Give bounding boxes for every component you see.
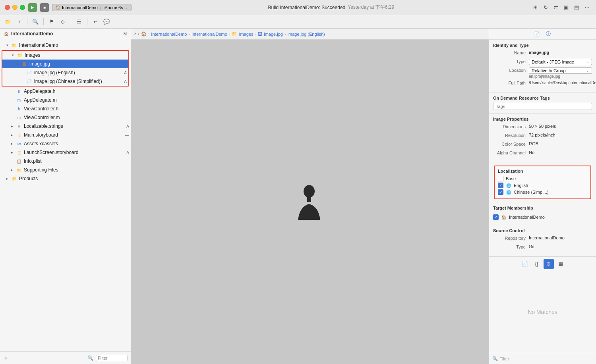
sidebar-item-supporting-files[interactable]: 📁 Supporting Files (0, 166, 131, 174)
toolbar-separator (27, 18, 27, 25)
sidebar-bottom: ＋ 🔍 (0, 351, 131, 364)
alpha-channel-value: No (529, 150, 592, 155)
bc-part-3[interactable]: InternationalDemo (192, 32, 227, 37)
folder-icon: 📁 (11, 42, 17, 48)
stop-button[interactable]: ■ (40, 3, 49, 12)
tree-arrow-strings (11, 124, 16, 128)
sidebar-label-assets: Assets.xcassets (24, 141, 131, 146)
bottom-tab-table[interactable]: ▦ (555, 259, 566, 269)
filter-sidebar-button[interactable]: 🔍 (87, 355, 93, 361)
inspector-tab-file[interactable]: 📄 (533, 30, 542, 39)
sidebar-item-internationaldemo-group[interactable]: 📁 InternationalDemo (0, 41, 131, 50)
alpha-channel-label: Alpha Channel (493, 150, 529, 155)
sidebar-toggle-icon[interactable]: ▣ (562, 3, 571, 12)
bc-part-8[interactable]: image.jpg (English) (288, 32, 325, 37)
comment-button[interactable]: 💬 (102, 17, 111, 26)
add-file-button[interactable]: ＋ (3, 354, 9, 362)
sidebar-item-assets[interactable]: 🗂 Assets.xcassets (0, 139, 131, 148)
bottom-tab-json[interactable]: {} (532, 259, 542, 269)
bc-part-7[interactable]: image.jpg (264, 32, 283, 37)
main-layout: 🏠 InternationalDemo M 📁 InternationalDem… (0, 29, 596, 364)
type-row: Type Default - JPEG Image ⌄ (493, 59, 592, 66)
loc-checkbox-base[interactable] (498, 176, 503, 181)
sidebar-item-imagejpg-english[interactable]: 📄 image.jpg (English) A (2, 68, 128, 77)
sidebar-item-main-storyboard[interactable]: ◫ Main.storyboard — (0, 131, 131, 139)
bc-part-5[interactable]: Images (239, 32, 253, 37)
sidebar-item-infoplist[interactable]: 📋 Info.plist (0, 157, 131, 166)
bottom-tab-file[interactable]: 📄 (520, 259, 530, 269)
loc-checkbox-chinese[interactable]: ✓ (498, 189, 503, 195)
grid-icon[interactable]: ⊞ (531, 3, 540, 12)
location-dropdown-box[interactable]: Relative to Group ⌄ (529, 67, 592, 74)
sidebar-item-products[interactable]: 📁 Products (0, 174, 131, 183)
tree-arrow-assets (11, 142, 16, 146)
target-checkbox[interactable]: ✓ (493, 214, 499, 220)
search-button[interactable]: 🔍 (31, 17, 40, 26)
maximize-button[interactable] (20, 5, 25, 10)
titlebar-right-icons: ⊞ ↻ ⇄ ▣ ▤ ⋯ (531, 3, 591, 12)
svg-point-0 (304, 185, 315, 198)
sidebar-label-main-storyboard: Main.storyboard (24, 132, 125, 138)
inspector-toggle-icon[interactable]: ▤ (572, 3, 581, 12)
assets-icon: 🗂 (16, 141, 22, 147)
dimensions-value: 50 × 50 pixels (529, 124, 592, 129)
inspector-toolbar: 📄 ⓘ (489, 29, 596, 40)
sidebar-item-launchscreen[interactable]: ◫ LaunchScreen.storyboard A (0, 148, 131, 157)
sidebar-item-images[interactable]: 📁 Images (2, 51, 128, 60)
sidebar-label-viewcontroller-m: ViewController.m (24, 115, 131, 120)
image-props-title: Image Properties (493, 117, 592, 121)
center-column: ‹ › 🏠 › InternationalDemo › Internationa… (131, 29, 489, 364)
more-icon[interactable]: ⋯ (582, 3, 591, 12)
folder-button[interactable]: 📁 (3, 17, 13, 26)
on-demand-title: On Demand Resource Tags (493, 96, 592, 100)
fullpath-label: Full Path (493, 80, 529, 85)
undo-button[interactable]: ↩ (91, 17, 100, 26)
toolbar-separator-4 (87, 18, 87, 25)
tags-input[interactable] (493, 103, 592, 110)
add-button[interactable]: ＋ (14, 17, 24, 26)
diamond-button[interactable]: ◇ (58, 17, 68, 26)
type-label: Type (493, 59, 529, 64)
sidebar: 🏠 InternationalDemo M 📁 InternationalDem… (0, 29, 131, 364)
resolution-row: Resolution 72 pixels/inch (493, 133, 592, 140)
forward-button[interactable]: › (137, 31, 139, 37)
tree-arrow-images (12, 53, 17, 57)
back-forward-icon[interactable]: ⇄ (551, 3, 560, 12)
tree-area[interactable]: 📁 InternationalDemo 📁 Images 🖼 image.jpg (0, 39, 131, 351)
sidebar-item-appdelegate-m[interactable]: m AppDelegate.m (0, 96, 131, 104)
bottom-tab-circle[interactable]: ⊙ (544, 259, 554, 269)
scheme-selector[interactable]: 🏠 InternationalDemo | iPhone 6s ⌄ (52, 4, 132, 11)
sidebar-label-appdelegate-h: AppDelegate.h (24, 89, 131, 94)
sidebar-item-appdelegate-h[interactable]: h AppDelegate.h (0, 87, 131, 96)
loc-checkbox-english[interactable]: ✓ (498, 183, 503, 188)
refresh-icon[interactable]: ↻ (541, 3, 550, 12)
location-dropdown[interactable]: Relative to Group ⌄ (529, 67, 592, 74)
loc-item-chinese: ✓ 🌐 Chinese (Simpl...) (498, 189, 587, 195)
launchscreen-icon: ◫ (16, 149, 22, 156)
minimize-button[interactable] (12, 5, 17, 10)
sidebar-item-imagejpg-chinese[interactable]: 📄 image.jpg (Chinese (Simplified)) A (2, 77, 128, 86)
close-button[interactable] (5, 5, 10, 10)
sidebar-item-imagejpg[interactable]: 🖼 image.jpg (2, 60, 128, 68)
localization-section: Localization Base ✓ 🌐 English ✓ 🌐 Chines… (494, 166, 591, 199)
toolbar-separator-3 (71, 18, 71, 25)
flag-button[interactable]: ⚑ (47, 17, 56, 26)
inspector-tab-identity[interactable]: ⓘ (544, 30, 553, 39)
bc-part-1[interactable]: 🏠 (141, 31, 147, 37)
sidebar-label-localizable-strings: Localizable.strings (24, 123, 126, 129)
sidebar-item-localizable-strings[interactable]: ≡ Localizable.strings A (0, 122, 131, 131)
source-control-section: Source Control Repository InternationalD… (489, 225, 596, 256)
sidebar-item-viewcontroller-h[interactable]: h ViewController.h (0, 104, 131, 113)
type-dropdown-box[interactable]: Default - JPEG Image ⌄ (529, 59, 592, 65)
run-button[interactable]: ▶ (28, 3, 37, 12)
sidebar-filter-input[interactable] (96, 355, 128, 361)
bc-part-2[interactable]: InternationalDemo (151, 32, 187, 37)
back-button[interactable]: ‹ (134, 31, 136, 37)
list-button[interactable]: ☰ (74, 17, 84, 26)
sidebar-item-viewcontroller-m[interactable]: m ViewController.m (0, 113, 131, 122)
bc-part-6[interactable]: 🖼 (258, 32, 262, 37)
h-file-icon: h (16, 88, 22, 94)
type-dropdown[interactable]: Default - JPEG Image ⌄ (529, 59, 592, 65)
m-file-icon-2: m (16, 114, 22, 121)
bc-part-4[interactable]: 📁 (232, 31, 237, 37)
